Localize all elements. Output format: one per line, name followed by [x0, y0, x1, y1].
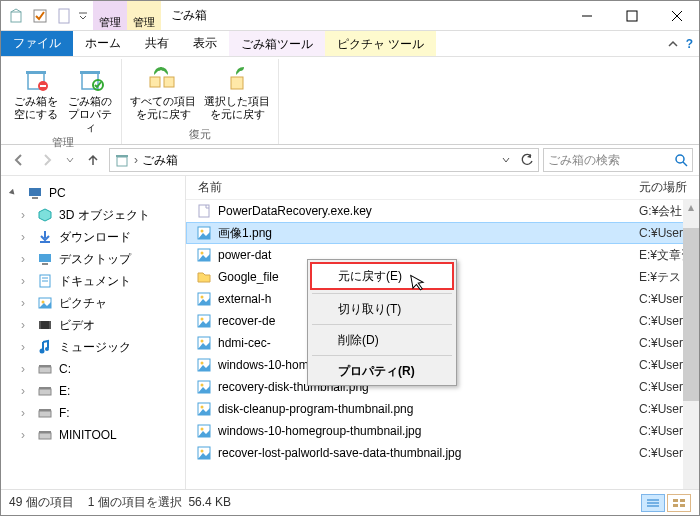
chevron-right-icon[interactable]: › [21, 362, 31, 376]
scroll-up-icon[interactable]: ▴ [683, 200, 699, 214]
nav-item-5[interactable]: ›ビデオ [1, 314, 185, 336]
window-title: ごみ箱 [161, 1, 564, 30]
file-name: recover-lost-palworld-save-data-thumbnai… [218, 446, 639, 460]
nav-recent-dropdown[interactable] [63, 148, 77, 172]
cursor-icon [410, 272, 429, 293]
view-details-button[interactable] [641, 494, 665, 512]
nav-item-label: ダウンロード [59, 229, 131, 246]
scrollbar-vertical[interactable]: ▴ [683, 200, 699, 489]
tab-picture-tools[interactable]: ピクチャ ツール [325, 31, 436, 56]
qat-document-icon[interactable] [53, 5, 75, 27]
file-row[interactable]: disk-cleanup-program-thumbnail.pngC:¥Use… [186, 398, 699, 420]
svg-rect-22 [32, 197, 38, 199]
chevron-right-icon[interactable]: › [21, 340, 31, 354]
chevron-right-icon[interactable]: › [21, 428, 31, 442]
nav-pc[interactable]: PC [1, 182, 185, 204]
help-icon[interactable]: ? [686, 37, 693, 51]
file-name: 画像1.png [218, 225, 639, 242]
chevron-right-icon[interactable]: › [21, 230, 31, 244]
context-menu-delete[interactable]: 削除(D) [310, 328, 454, 352]
tab-view[interactable]: 表示 [181, 31, 229, 56]
file-name: PowerDataRecovery.exe.key [218, 204, 639, 218]
file-row[interactable]: windows-10-homegroup-thumbnail.jpgC:¥Use… [186, 420, 699, 442]
nav-item-4[interactable]: ›ピクチャ [1, 292, 185, 314]
svg-point-30 [42, 301, 45, 304]
nav-item-0[interactable]: ›3D オブジェクト [1, 204, 185, 226]
navigation-pane[interactable]: PC ›3D オブジェクト›ダウンロード›デスクトップ›ドキュメント›ピクチャ›… [1, 176, 186, 489]
svg-rect-32 [39, 321, 41, 329]
tab-recycle-tools[interactable]: ごみ箱ツール [229, 31, 325, 56]
expand-icon[interactable] [9, 189, 21, 197]
ribbon-collapse-icon[interactable] [668, 39, 678, 49]
qat-dropdown-icon[interactable] [77, 5, 89, 27]
nav-item-label: ミュージック [59, 339, 131, 356]
chevron-right-icon[interactable]: › [21, 208, 31, 222]
restore-all-button[interactable]: すべての項目 を元に戻す [128, 63, 198, 121]
address-sep[interactable]: › [134, 153, 138, 167]
file-row[interactable]: recover-lost-palworld-save-data-thumbnai… [186, 442, 699, 464]
chevron-right-icon[interactable]: › [21, 318, 31, 332]
nav-forward-button[interactable] [35, 148, 59, 172]
context-menu-cut[interactable]: 切り取り(T) [310, 297, 454, 321]
address-bar[interactable]: › ごみ箱 [109, 148, 539, 172]
chevron-right-icon[interactable]: › [21, 406, 31, 420]
close-button[interactable] [654, 1, 699, 31]
chevron-right-icon[interactable]: › [21, 296, 31, 310]
nav-back-button[interactable] [7, 148, 31, 172]
nav-item-6[interactable]: ›ミュージック [1, 336, 185, 358]
context-menu-restore[interactable]: 元に戻す(E) [310, 262, 454, 290]
chevron-right-icon[interactable]: › [21, 252, 31, 266]
qat-checkbox-icon[interactable] [29, 5, 51, 27]
address-segment[interactable]: ごみ箱 [142, 152, 178, 169]
chevron-right-icon[interactable]: › [21, 274, 31, 288]
svg-point-48 [201, 252, 204, 255]
nav-item-2[interactable]: ›デスクトップ [1, 248, 185, 270]
nav-item-1[interactable]: ›ダウンロード [1, 226, 185, 248]
nav-item-7[interactable]: ›C: [1, 358, 185, 380]
nav-item-9[interactable]: ›F: [1, 402, 185, 424]
cube-icon [37, 207, 53, 223]
svg-rect-39 [39, 387, 51, 389]
svg-point-60 [201, 406, 204, 409]
nav-item-3[interactable]: ›ドキュメント [1, 270, 185, 292]
nav-item-10[interactable]: ›MINITOOL [1, 424, 185, 446]
scrollbar-thumb[interactable] [683, 228, 699, 401]
chevron-right-icon[interactable]: › [21, 384, 31, 398]
search-input[interactable]: ごみ箱の検索 [543, 148, 693, 172]
file-name: disk-cleanup-program-thumbnail.png [218, 402, 639, 416]
svg-point-34 [40, 349, 45, 354]
nav-up-button[interactable] [81, 148, 105, 172]
recycle-bin-properties-button[interactable]: ごみ箱の プロパティ [65, 63, 115, 135]
address-dropdown-icon[interactable] [502, 156, 510, 164]
column-name[interactable]: 名前 [186, 179, 639, 196]
svg-rect-18 [116, 155, 128, 157]
svg-rect-15 [164, 77, 174, 87]
tab-file[interactable]: ファイル [1, 31, 73, 56]
restore-selected-button[interactable]: 選択した項目 を元に戻す [202, 63, 272, 121]
svg-point-46 [201, 230, 204, 233]
context-menu-properties[interactable]: プロパティ(R) [310, 359, 454, 383]
svg-point-52 [201, 318, 204, 321]
file-row[interactable]: PowerDataRecovery.exe.keyG:¥会社ソ [186, 200, 699, 222]
column-original-location[interactable]: 元の場所 [639, 179, 699, 196]
context-tab-picture-manage[interactable]: 管理 [127, 0, 161, 30]
tab-share[interactable]: 共有 [133, 31, 181, 56]
empty-recycle-bin-button[interactable]: ごみ箱を 空にする [11, 63, 61, 121]
desktop-icon [37, 251, 53, 267]
refresh-button[interactable] [520, 153, 534, 167]
pc-icon [27, 185, 43, 201]
nav-item-label: E: [59, 384, 70, 398]
view-thumbnails-button[interactable] [667, 494, 691, 512]
status-selected-count: 1 個の項目を選択 56.4 KB [88, 494, 231, 511]
image-icon [196, 423, 212, 439]
svg-rect-38 [39, 389, 51, 395]
svg-rect-40 [39, 411, 51, 417]
nav-item-label: F: [59, 406, 70, 420]
maximize-button[interactable] [609, 1, 654, 31]
nav-item-8[interactable]: ›E: [1, 380, 185, 402]
image-icon [196, 445, 212, 461]
tab-home[interactable]: ホーム [73, 31, 133, 56]
minimize-button[interactable] [564, 1, 609, 31]
context-tab-recycle-manage[interactable]: 管理 [93, 0, 127, 30]
file-row[interactable]: 画像1.pngC:¥Users¥ [186, 222, 699, 244]
